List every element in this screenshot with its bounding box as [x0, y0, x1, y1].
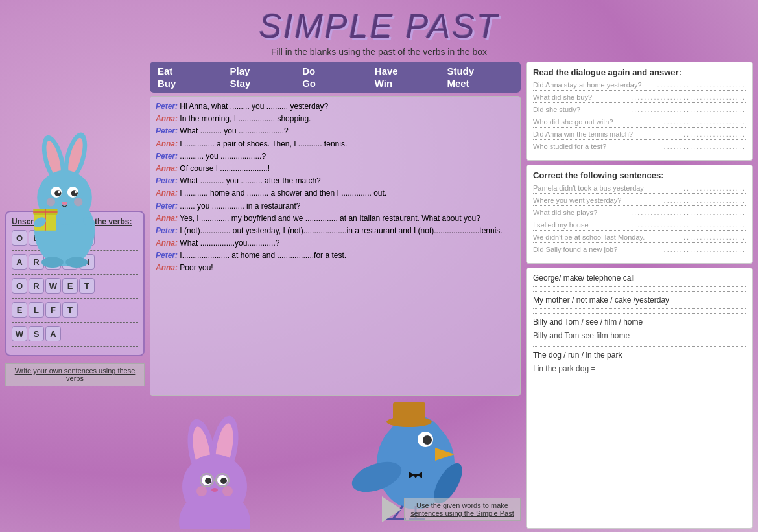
c5-text: We didn't be at school last Monday. — [533, 233, 645, 241]
c4-text: I selled my house — [533, 221, 589, 229]
svg-point-12 — [47, 198, 56, 207]
read-dialogue-section: Read the dialogue again and answer: Did … — [526, 62, 753, 161]
svg-point-13 — [74, 198, 83, 207]
left-panel: Unscramble and write the verbs: O D V R … — [5, 62, 145, 529]
read-dialogue-title: Read the dialogue again and answer: — [533, 67, 746, 77]
sentence-4: The dog / run / in the park — [533, 351, 746, 360]
question-6: Who studied for a test? ................… — [533, 143, 746, 152]
word-tile-5: W S A — [12, 326, 61, 341]
correction-2: Where you went yesterday? ..............… — [533, 196, 746, 206]
verb-eat: Eat — [158, 65, 224, 76]
q5-text: Did Anna win the tennis match? — [533, 130, 633, 138]
letter-W: W — [45, 278, 61, 294]
c2-dots: ......................... — [664, 196, 746, 204]
verb-stay: Stay — [230, 78, 296, 89]
subtitle: Fill in the blanks using the past of the… — [0, 47, 758, 57]
verb-do: Do — [302, 65, 368, 76]
bottom-instructions-area: Write your own sentences using these ver… — [5, 363, 145, 386]
c6-text: Did Sally found a new job? — [533, 246, 617, 253]
svg-point-38 — [222, 486, 233, 496]
make-sentences-section: George/ make/ telephone call My mother /… — [526, 268, 753, 529]
correct-sentences-section: Correct the following sentences: Pamela … — [526, 165, 753, 264]
left-instruction: Write your own sentences using these ver… — [5, 363, 145, 386]
svg-point-10 — [58, 191, 60, 193]
letter-T2: T — [62, 302, 78, 318]
sentence-2: My mother / not make / cake /yesterday — [533, 295, 746, 305]
q4-dots: ......................... — [664, 118, 746, 126]
page-title: SIMPLE PAST — [0, 6, 758, 45]
q4-text: Who did she go out with? — [533, 118, 613, 126]
letter-O2: O — [12, 278, 27, 294]
verb-have: Have — [375, 65, 441, 76]
sentence-3-answer: Billy and Tom see film home — [533, 329, 746, 341]
sentence-1: George/ make/ telephone call — [533, 273, 746, 283]
letter-A2: A — [45, 326, 61, 341]
word-tile-3: O R W E T — [12, 278, 95, 294]
q6-dots: ......................... — [664, 143, 746, 150]
correction-3: What did she plays? ....................… — [533, 209, 746, 218]
c3-text: What did she plays? — [533, 209, 597, 216]
svg-point-42 — [423, 435, 432, 445]
verb-box: Eat Play Do Have Study Buy Stay Go Win M… — [150, 62, 521, 93]
letter-E2: E — [62, 278, 78, 294]
sentence-2-dots — [533, 308, 746, 314]
verb-buy: Buy — [158, 78, 224, 89]
q2-text: What did she buy? — [533, 93, 592, 101]
svg-point-31 — [205, 478, 211, 484]
verb-win: Win — [375, 78, 441, 89]
q3-dots: ................................... — [631, 106, 746, 113]
q6-text: Who studied for a test? — [533, 143, 606, 150]
question-1: Did Anna stay at home yesterday? .......… — [533, 81, 746, 91]
svg-point-14 — [62, 202, 67, 205]
verb-meet: Meet — [447, 78, 513, 89]
sentence-4-answer: I in the park dog = — [533, 362, 746, 374]
sentence-3: Billy and Tom / see / film / home — [533, 318, 746, 327]
svg-point-11 — [75, 191, 77, 193]
word-tile-4: E L F T — [12, 302, 78, 318]
q1-dots: ........................... — [657, 81, 746, 89]
svg-point-21 — [41, 257, 64, 268]
correction-6: Did Sally found a new job? .............… — [533, 246, 746, 255]
correction-5: We didn't be at school last Monday. ....… — [533, 233, 746, 243]
q3-text: Did she study? — [533, 106, 580, 113]
question-5: Did Anna win the tennis match? .........… — [533, 130, 746, 140]
question-2: What did she buy? ......................… — [533, 93, 746, 103]
verb-play: Play — [230, 65, 296, 76]
letter-L: L — [29, 302, 44, 318]
c1-text: Pamela didn't took a bus yesterday — [533, 184, 644, 192]
right-instruction: Use the given words to make sentences us… — [404, 498, 521, 521]
svg-point-32 — [220, 478, 227, 484]
svg-point-8 — [54, 190, 61, 196]
q2-dots: ................................... — [631, 93, 746, 101]
letter-S: S — [29, 326, 44, 341]
c5-dots: ................... — [683, 233, 746, 241]
characters-area: Use the given words to make sentences us… — [150, 399, 521, 529]
svg-rect-45 — [393, 402, 425, 423]
letter-T: T — [79, 278, 95, 294]
c2-text: Where you went yesterday? — [533, 196, 621, 204]
q1-text: Did Anna stay at home yesterday? — [533, 81, 642, 89]
correction-1: Pamela didn't took a bus yesterday .....… — [533, 184, 746, 194]
question-3: Did she study? .........................… — [533, 106, 746, 115]
dialogue-box: Peter: Hi Anna, what ......... you .....… — [150, 96, 521, 396]
c6-dots: ......................... — [664, 246, 746, 253]
letter-W2: W — [12, 326, 27, 341]
rabbit-character — [0, 126, 141, 269]
middle-panel: Eat Play Do Have Study Buy Stay Go Win M… — [150, 62, 521, 529]
letter-E3: E — [12, 302, 27, 318]
svg-point-37 — [196, 486, 207, 496]
svg-point-22 — [65, 257, 88, 268]
sentence-1-dots — [533, 286, 746, 292]
right-panel: Read the dialogue again and answer: Did … — [526, 62, 753, 529]
right-instruction-area: Use the given words to make sentences us… — [382, 496, 521, 522]
letter-R: R — [29, 278, 44, 294]
correction-4: I selled my house ......................… — [533, 221, 746, 231]
q5-dots: ................... — [683, 130, 746, 138]
c4-dots: ................................... — [631, 221, 746, 229]
c3-dots: ................................... — [631, 209, 746, 216]
c1-dots: ................... — [683, 184, 746, 192]
svg-point-9 — [71, 190, 78, 196]
verb-go: Go — [302, 78, 368, 89]
letter-F: F — [45, 302, 61, 318]
correct-sentences-title: Correct the following sentences: — [533, 170, 746, 180]
